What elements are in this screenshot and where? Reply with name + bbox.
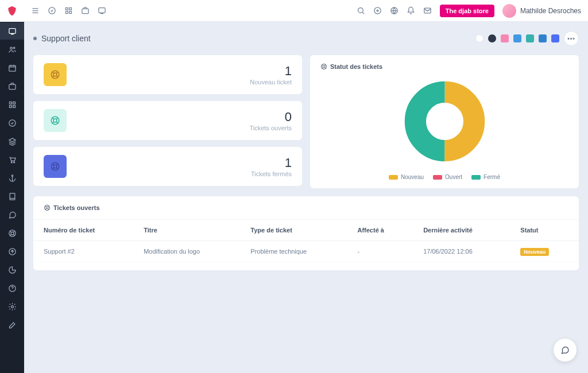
sidebar-item-calendar[interactable] (0, 59, 24, 76)
sidebar-item-briefcase[interactable] (0, 77, 24, 95)
svg-rect-25 (99, 8, 105, 13)
stat-label: Nouveau ticket (250, 79, 292, 86)
stat-value: 1 (251, 156, 292, 170)
chart-title: Statut des tickets (320, 63, 568, 70)
svg-point-33 (53, 119, 57, 122)
cell-status: Nouveau (510, 241, 579, 262)
chart-card: Statut des tickets Nouveau Ouvert Fermé (310, 55, 579, 188)
sidebar-item-reports[interactable] (0, 261, 24, 278)
sidebar-item-apps[interactable] (0, 96, 24, 113)
cell-assignee: - (347, 241, 413, 262)
sidebar-item-export[interactable] (0, 243, 24, 260)
topbar: The djab store Mathilde Desroches (24, 0, 588, 22)
add-icon[interactable] (373, 6, 382, 15)
svg-point-37 (323, 65, 325, 68)
lifebuoy-icon (320, 63, 327, 70)
stat-new-tickets[interactable]: 1Nouveau ticket (33, 55, 302, 94)
col-ticket-number[interactable]: Numéro de ticket (33, 220, 133, 241)
sidebar-item-anchor[interactable] (0, 169, 24, 187)
svg-rect-22 (66, 11, 68, 14)
display-icon[interactable] (98, 6, 106, 15)
avatar (502, 4, 516, 18)
lifebuoy-icon (44, 155, 67, 178)
legend-item: Fermé (471, 174, 500, 180)
table-row[interactable]: Support #2 Modification du logo Problème… (33, 241, 579, 262)
svg-point-11 (13, 161, 14, 162)
menu-icon[interactable] (31, 6, 40, 15)
briefcase-icon[interactable] (81, 6, 90, 15)
legend-item: Nouveau (389, 174, 424, 180)
svg-rect-13 (10, 193, 15, 199)
stat-closed-tickets[interactable]: 1Tickets fermés (33, 147, 302, 186)
sidebar-item-chat[interactable] (0, 206, 24, 223)
svg-point-35 (53, 165, 57, 168)
svg-rect-5 (9, 102, 11, 104)
col-title[interactable]: Titre (133, 220, 240, 241)
sidebar (0, 0, 24, 373)
svg-rect-23 (69, 11, 72, 14)
sidebar-item-settings[interactable] (0, 298, 24, 315)
svg-rect-8 (13, 105, 15, 107)
svg-rect-21 (69, 8, 72, 10)
svg-rect-20 (66, 8, 68, 10)
sidebar-item-dashboard[interactable] (0, 22, 24, 40)
svg-rect-24 (82, 9, 88, 13)
store-button[interactable]: The djab store (440, 5, 494, 17)
col-assignee[interactable]: Affecté à (347, 220, 413, 241)
stat-open-tickets[interactable]: 0Tickets ouverts (33, 101, 302, 140)
mail-icon[interactable] (423, 6, 432, 15)
theme-dot-dark[interactable] (488, 34, 496, 42)
stats-column: 1Nouveau ticket 0Tickets ouverts 1Ticket… (33, 55, 302, 188)
svg-point-2 (13, 47, 15, 49)
theme-dot-white[interactable] (475, 34, 483, 42)
chat-fab[interactable] (554, 339, 577, 362)
username: Mathilde Desroches (520, 7, 581, 15)
cell-type: Problème technique (240, 241, 347, 262)
user-menu[interactable]: Mathilde Desroches (502, 4, 581, 18)
sidebar-item-layers[interactable] (0, 133, 24, 150)
theme-dot-teal[interactable] (526, 34, 534, 42)
check-icon[interactable] (48, 6, 56, 15)
table-title: Tickets ouverts (33, 204, 579, 220)
col-activity[interactable]: Dernière activité (413, 220, 510, 241)
cell-title: Modification du logo (133, 241, 240, 262)
grid-icon[interactable] (64, 6, 73, 15)
svg-point-15 (11, 232, 14, 235)
sidebar-item-cart[interactable] (0, 151, 24, 168)
stat-value: 1 (250, 64, 292, 79)
sidebar-item-book[interactable] (0, 188, 24, 205)
svg-point-1 (10, 47, 12, 49)
search-icon[interactable] (357, 6, 365, 15)
cell-ticket-number: Support #2 (33, 241, 133, 262)
app-logo[interactable] (0, 0, 24, 22)
cell-activity: 17/06/2022 12:06 (413, 241, 510, 262)
theme-dot-blue[interactable] (513, 34, 521, 42)
svg-rect-6 (13, 102, 15, 104)
sidebar-item-users[interactable] (0, 41, 24, 58)
theme-dot-blue2[interactable] (539, 34, 547, 42)
theme-dot-pink[interactable] (501, 34, 509, 42)
status-badge: Nouveau (520, 248, 549, 256)
chart-legend: Nouveau Ouvert Fermé (389, 174, 500, 180)
sidebar-item-edit[interactable] (0, 316, 24, 333)
sidebar-item-tasks[interactable] (0, 114, 24, 131)
svg-point-41 (46, 207, 48, 209)
col-type[interactable]: Type de ticket (240, 220, 347, 241)
svg-point-18 (11, 305, 13, 308)
tickets-table-card: Tickets ouverts Numéro de ticket Titre T… (33, 196, 579, 270)
svg-rect-3 (9, 65, 15, 71)
more-button[interactable]: ••• (564, 31, 579, 46)
lifebuoy-icon (44, 63, 67, 86)
sidebar-item-help[interactable] (0, 279, 24, 297)
globe-icon[interactable] (390, 6, 399, 15)
lifebuoy-icon (44, 204, 51, 211)
sidebar-item-support[interactable] (0, 224, 24, 242)
stat-label: Tickets fermés (251, 170, 292, 177)
theme-dot-indigo[interactable] (551, 34, 559, 42)
col-status[interactable]: Statut (510, 220, 579, 241)
tickets-table: Numéro de ticket Titre Type de ticket Af… (33, 220, 579, 262)
bell-icon[interactable] (407, 6, 415, 15)
svg-point-12 (11, 174, 13, 176)
svg-point-26 (358, 8, 363, 13)
page-title: Support client (33, 34, 91, 43)
